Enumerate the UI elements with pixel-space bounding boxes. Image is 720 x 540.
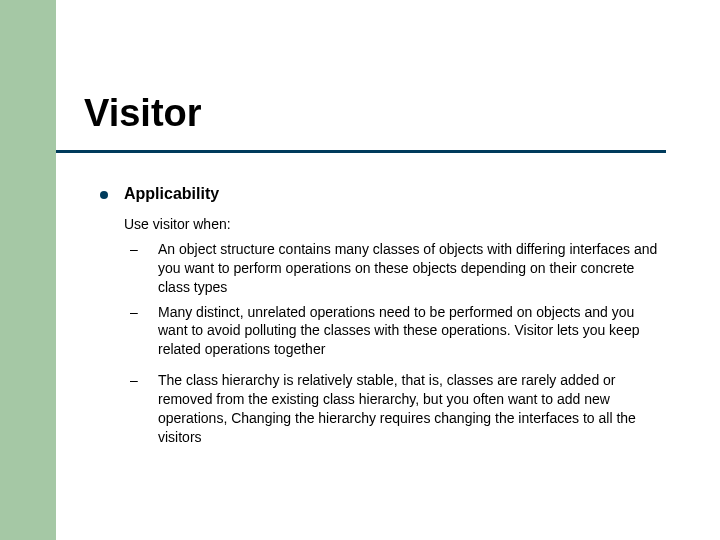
dash-icon: – — [124, 240, 158, 259]
dash-icon: – — [124, 371, 158, 390]
section-heading: Applicability — [124, 185, 219, 203]
accent-bar — [0, 0, 56, 540]
title-underline — [56, 150, 666, 153]
intro-text: Use visitor when: — [124, 215, 660, 234]
content-area: Applicability Use visitor when: – An obj… — [100, 185, 660, 447]
bullet-row: Applicability — [100, 185, 660, 203]
sub-content: Use visitor when: – An object structure … — [124, 215, 660, 447]
slide-title: Visitor — [84, 92, 202, 135]
item-text: Many distinct, unrelated operations need… — [158, 303, 660, 360]
item-text: An object structure contains many classe… — [158, 240, 660, 297]
disc-icon — [100, 191, 108, 199]
list-item: – An object structure contains many clas… — [124, 240, 660, 297]
list-item: – Many distinct, unrelated operations ne… — [124, 303, 660, 360]
list-item: – The class hierarchy is relatively stab… — [124, 371, 660, 447]
item-text: The class hierarchy is relatively stable… — [158, 371, 660, 447]
bullet-icon — [100, 185, 124, 199]
item-list: – An object structure contains many clas… — [124, 240, 660, 447]
dash-icon: – — [124, 303, 158, 322]
slide: Visitor Applicability Use visitor when: … — [0, 0, 720, 540]
spacer — [124, 359, 660, 365]
